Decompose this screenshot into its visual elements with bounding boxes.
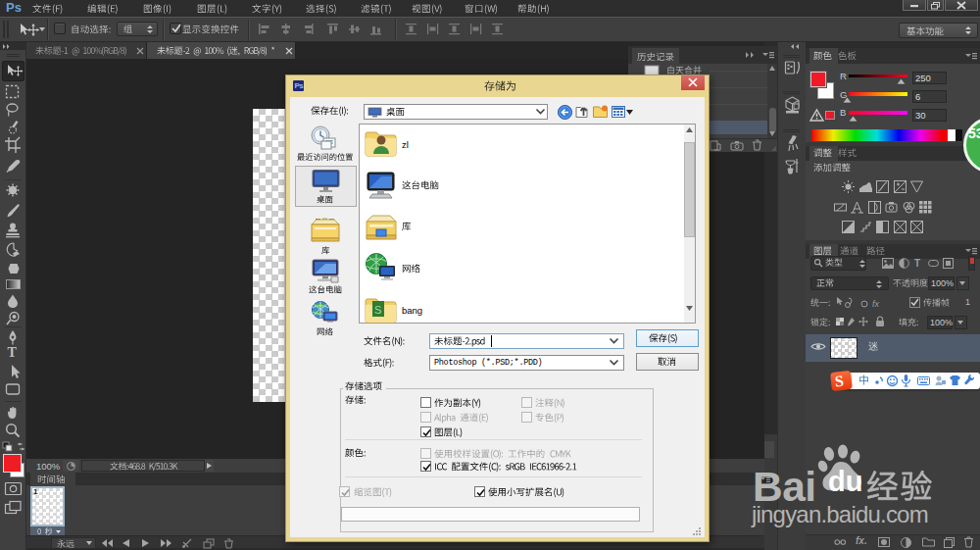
svg-text:S: S [374, 304, 381, 316]
svg-text:fx: fx [872, 299, 880, 309]
